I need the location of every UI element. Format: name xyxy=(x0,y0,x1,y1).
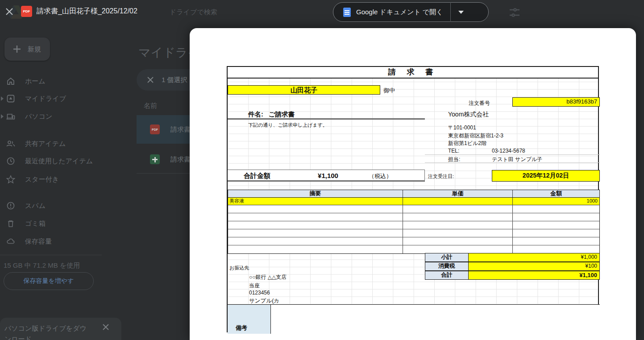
order-date-cell: 2025年12月02日 xyxy=(492,170,600,182)
item-amount: 1000 xyxy=(513,198,599,205)
tel-label: TEL: xyxy=(448,148,459,154)
items-table: 摘要 単価 金額 美容液 1000 xyxy=(228,190,600,254)
open-with-dropdown[interactable] xyxy=(451,2,471,22)
new-button[interactable]: 新規 xyxy=(4,37,50,61)
cloud-icon xyxy=(6,237,15,246)
bank-name: ○○銀行 △△支店 xyxy=(249,274,287,281)
promo-text-line1: パソコン版ドライブをダウ xyxy=(4,323,117,334)
drive-search-placeholder[interactable]: ドライブで検索 xyxy=(170,8,217,17)
company-address1: 東京都新宿区新宿1-2-3 xyxy=(448,132,503,140)
honorific-label: 御中 xyxy=(383,87,395,95)
row-divider xyxy=(137,173,190,174)
invoice-title: 請 求 書 xyxy=(228,67,598,79)
header-amount: 金額 xyxy=(513,190,599,197)
sidebar-item-label: スター付き xyxy=(25,175,59,184)
subtotal-value: ¥1,000 xyxy=(469,253,600,262)
sidebar-item-trash[interactable]: ゴミ箱 xyxy=(6,215,122,232)
expand-arrow-icon[interactable] xyxy=(1,96,4,101)
total-amount-value: ¥1,100 xyxy=(303,172,353,179)
screen: { "topbar": { "file_type_badge": "PDF", … xyxy=(0,0,644,340)
item-row-empty xyxy=(228,213,599,221)
customer-name-cell: 山田花子 xyxy=(228,85,380,95)
notes-label-cell: 備考 xyxy=(228,305,271,334)
tel-value: 03-1234-5678 xyxy=(492,148,525,154)
sidebar-item-label: スパム xyxy=(25,202,46,210)
sidebar-item-label: パソコン xyxy=(25,112,52,121)
sidebar-item-home[interactable]: ホーム xyxy=(6,72,122,90)
header-description: 摘要 xyxy=(228,190,403,197)
sidebar-divider xyxy=(0,255,102,255)
sidebar-item-starred[interactable]: スター付き xyxy=(6,170,122,188)
clear-selection-icon[interactable] xyxy=(146,76,154,84)
tax-value: ¥100 xyxy=(469,262,600,271)
open-with-button[interactable]: Google ドキュメント で開く xyxy=(333,2,489,22)
close-preview-button[interactable] xyxy=(4,6,15,17)
tax-label: 消費税 xyxy=(425,262,469,271)
spreadsheet-file-icon xyxy=(150,154,160,164)
bank-account-holder: サンプル(カ xyxy=(249,297,279,305)
google-docs-icon xyxy=(343,8,351,17)
alert-icon xyxy=(6,201,15,210)
drive-desktop-promo-card: パソコン版ドライブをダウ ンロード xyxy=(0,318,121,340)
file-name: 請求書 xyxy=(170,155,191,164)
people-icon xyxy=(6,139,15,148)
expand-arrow-icon[interactable] xyxy=(1,114,4,119)
computer-icon xyxy=(6,112,15,121)
contact-row-line xyxy=(425,162,600,163)
notes-box: 備考 xyxy=(228,304,600,333)
tune-filters-icon[interactable] xyxy=(509,7,520,18)
sidebar-item-recent[interactable]: 最近使用したアイテム xyxy=(6,152,122,170)
top-bar: PDF 請求書_山田花子様_2025/12/02 ドライブで検索 Google … xyxy=(0,0,644,28)
total-amount-label: 合計金額 xyxy=(244,172,270,180)
sidebar-item-label: ゴミ箱 xyxy=(25,220,46,228)
clock-icon xyxy=(6,157,15,166)
column-header-name[interactable]: 名前 xyxy=(144,102,157,110)
new-button-label: 新規 xyxy=(28,45,41,54)
notes-label: 備考 xyxy=(236,324,247,332)
item-row-empty xyxy=(228,229,599,237)
sidebar: 新規 ホーム マイドライブ パソコン 共有アイテム 最近使用したアイテム スター… xyxy=(0,28,134,340)
bank-section-label: お振込先 xyxy=(229,265,249,271)
bank-account-type: 当座 xyxy=(249,282,260,290)
total-amount-box: 合計金額 ¥1,100 （税込） xyxy=(228,170,425,182)
items-header-row: 摘要 単価 金額 xyxy=(228,190,599,198)
grand-total-value: ¥1,100 xyxy=(469,271,600,280)
sidebar-item-label: 共有アイテム xyxy=(25,140,66,148)
summary-subtotal-row: 小計 ¥1,000 xyxy=(425,253,600,262)
greeting-text: 下記の通り、ご請求申し上げます。 xyxy=(248,122,328,129)
item-description: 美容液 xyxy=(228,198,403,205)
company-address2: 新宿第1ビル2階 xyxy=(448,140,486,147)
sidebar-item-label: マイドライブ xyxy=(25,95,66,103)
tel-row-line xyxy=(425,154,600,155)
home-icon xyxy=(6,77,15,86)
chevron-down-icon xyxy=(458,11,464,14)
trash-icon xyxy=(6,219,15,228)
promo-close-icon[interactable] xyxy=(102,323,110,331)
header-unit-price: 単価 xyxy=(403,190,513,197)
order-date-label: 注文受注日: xyxy=(428,173,454,180)
sidebar-item-computers[interactable]: パソコン xyxy=(6,108,122,125)
pdf-preview-panel: 請 求 書 山田花子 御中 注文番号 b83f9163b7 件名: ご請求書 下… xyxy=(190,28,636,340)
sidebar-item-my-drive[interactable]: マイドライブ xyxy=(6,90,122,108)
company-name: Yoom株式会社 xyxy=(448,111,489,119)
item-row-empty xyxy=(228,205,599,213)
sidebar-item-storage[interactable]: 保存容量 xyxy=(6,232,122,250)
open-with-label: Google ドキュメント で開く xyxy=(356,8,443,17)
order-number-label: 注文番号 xyxy=(469,100,490,107)
sidebar-item-label: 最近使用したアイテム xyxy=(25,157,93,166)
item-row-empty xyxy=(228,237,599,245)
sidebar-item-spam[interactable]: スパム xyxy=(6,197,122,215)
item-unit-price xyxy=(403,198,513,205)
subtotal-label: 小計 xyxy=(425,253,469,262)
company-postal: 〒101-0001 xyxy=(448,124,476,132)
grand-total-label: 合計 xyxy=(425,271,469,280)
get-more-storage-button[interactable]: 保存容量を増やす xyxy=(4,272,94,290)
item-row-empty xyxy=(228,245,599,253)
invoice-document: 請 求 書 山田花子 御中 注文番号 b83f9163b7 件名: ご請求書 下… xyxy=(227,66,599,332)
tax-included-note: （税込） xyxy=(369,172,392,180)
promo-text-line2: ンロード xyxy=(4,334,117,340)
item-row: 美容液 1000 xyxy=(228,198,599,205)
sidebar-item-shared[interactable]: 共有アイテム xyxy=(6,135,122,153)
summary-tax-row: 消費税 ¥100 xyxy=(425,262,600,271)
item-row-empty xyxy=(228,221,599,229)
